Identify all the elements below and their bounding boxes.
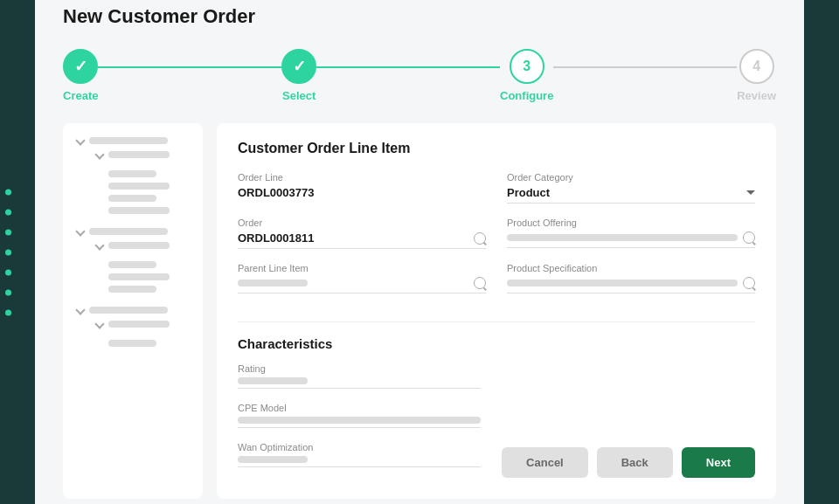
step-label-review: Review: [737, 89, 776, 102]
characteristics-grid: Rating CPE Model: [238, 363, 755, 481]
bar-parent-line-item: [238, 280, 308, 287]
step-circle-create: ✓: [63, 49, 98, 84]
label-parent-line-item: Parent Line Item: [238, 263, 486, 273]
nav-bar-2d: [108, 286, 156, 293]
content-area: Customer Order Line Item Order Line ORDL…: [63, 123, 776, 499]
input-wan-optimization[interactable]: [238, 456, 481, 467]
search-icon-parent-line: [474, 277, 486, 289]
main-card: New Customer Order ✓ Create ✓ Select: [35, 0, 804, 504]
field-product-specification: Product Specification: [507, 263, 755, 293]
nav-sub-row-3a[interactable]: [96, 321, 189, 328]
step-select: ✓ Select: [281, 49, 316, 102]
field-product-offering: Product Offering: [507, 217, 755, 249]
value-order-category: Product: [507, 186, 746, 199]
char-empty-2: [502, 403, 755, 442]
nav-bar-1d: [108, 195, 156, 202]
step-create: ✓ Create: [63, 49, 98, 102]
form-panel: Customer Order Line Item Order Line ORDL…: [217, 123, 776, 499]
nav-group-1: [77, 137, 189, 214]
step-number-configure: 3: [523, 59, 530, 74]
label-order-line: Order Line: [238, 172, 486, 183]
nav-sub-row-1a[interactable]: [96, 151, 189, 158]
sidebar-dot-2: [5, 209, 11, 215]
nav-bar-2b: [108, 261, 156, 268]
footer-buttons: Cancel Back Next: [502, 442, 755, 481]
stepper: ✓ Create ✓ Select 3 Configure: [63, 49, 776, 102]
characteristics-title: Characteristics: [238, 336, 755, 351]
bar-product-specification: [507, 280, 738, 287]
check-icon-select: ✓: [293, 57, 306, 76]
step-label-select: Select: [282, 89, 315, 102]
value-order: ORDL0001811: [238, 231, 314, 245]
step-review: 4 Review: [737, 49, 776, 102]
input-rating[interactable]: [238, 377, 481, 389]
check-icon-create: ✓: [74, 57, 87, 76]
input-product-specification[interactable]: [507, 277, 755, 293]
bar-cpe-model: [238, 417, 481, 424]
nav-row-2[interactable]: [77, 228, 189, 235]
nav-group-3: [77, 307, 189, 347]
bar-rating: [238, 377, 308, 384]
input-product-offering[interactable]: [507, 231, 755, 248]
nav-arrow-1: [75, 135, 85, 145]
search-icon-product-offering: [743, 231, 755, 244]
nav-bar-1: [89, 137, 168, 144]
back-button[interactable]: Back: [597, 447, 673, 478]
nav-bar-1b: [108, 170, 156, 177]
nav-sub-row-2a[interactable]: [96, 242, 189, 249]
bar-wan-optimization: [238, 456, 308, 463]
nav-bar-1e: [108, 207, 170, 214]
step-number-review: 4: [752, 59, 760, 74]
label-product-offering: Product Offering: [507, 217, 755, 228]
nav-arrow-1a: [94, 149, 104, 159]
nav-sub-1: [77, 151, 189, 214]
value-order-line: ORDL0003773: [238, 186, 486, 199]
sidebar-dot-6: [5, 289, 11, 295]
sidebar-dot-7: [5, 309, 11, 315]
field-order: Order ORDL0001811: [238, 217, 486, 249]
label-order-category: Order Category: [507, 172, 755, 183]
nav-sub-3: [77, 321, 189, 347]
dropdown-order-category[interactable]: Product: [507, 186, 755, 204]
section-title: Customer Order Line Item: [238, 141, 755, 156]
chevron-down-icon: [746, 190, 755, 195]
nav-arrow-2: [75, 226, 85, 236]
nav-bar-3: [89, 307, 168, 314]
next-button[interactable]: Next: [682, 447, 755, 478]
page-title: New Customer Order: [63, 5, 776, 28]
field-wan-optimization: Wan Optimization: [238, 442, 481, 467]
input-order[interactable]: ORDL0001811: [238, 231, 486, 249]
input-cpe-model[interactable]: [238, 417, 481, 428]
sidebar-dot-5: [5, 269, 11, 275]
step-label-create: Create: [63, 89, 98, 102]
nav-bar-3a: [108, 321, 170, 328]
bar-product-offering: [507, 234, 738, 241]
nav-bar-3b: [108, 340, 156, 347]
step-connector-2: [316, 66, 500, 68]
divider: [238, 321, 755, 322]
step-connector-3: [553, 66, 737, 68]
nav-row-1[interactable]: [77, 137, 189, 144]
step-circle-select: ✓: [281, 49, 316, 84]
step-label-configure: Configure: [500, 89, 553, 102]
step-configure: 3 Configure: [500, 49, 553, 102]
outer-wrapper: New Customer Order ✓ Create ✓ Select: [0, 0, 839, 504]
input-parent-line-item[interactable]: [238, 277, 486, 293]
field-cpe-model: CPE Model: [238, 403, 481, 428]
form-grid: Order Line ORDL0003773 Order Category Pr…: [238, 172, 755, 307]
nav-row-3[interactable]: [77, 307, 189, 314]
field-rating: Rating: [238, 363, 481, 389]
nav-sub-2: [77, 242, 189, 293]
char-empty-1: [502, 363, 755, 403]
field-parent-line-item: Parent Line Item: [238, 263, 486, 293]
nav-arrow-2a: [94, 240, 104, 250]
sidebar-dot-4: [5, 249, 11, 255]
nav-bar-2: [89, 228, 168, 235]
sidebar-dot-1: [5, 189, 11, 195]
step-circle-review: 4: [739, 49, 774, 84]
label-wan-optimization: Wan Optimization: [238, 442, 481, 452]
field-order-line: Order Line ORDL0003773: [238, 172, 486, 204]
cancel-button[interactable]: Cancel: [502, 447, 588, 478]
nav-bar-1c: [108, 183, 170, 190]
nav-arrow-3: [75, 305, 85, 314]
